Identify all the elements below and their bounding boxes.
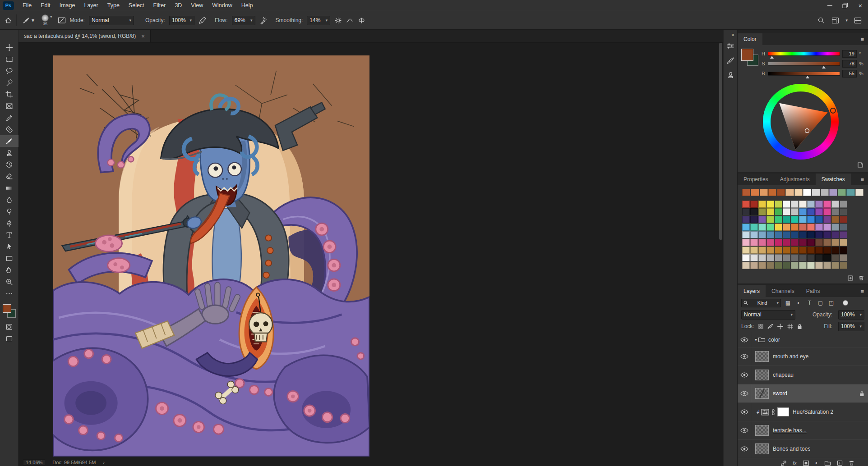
status-chevron-icon[interactable]: ›: [103, 460, 105, 465]
color-swatch[interactable]: [803, 189, 811, 196]
color-swatch[interactable]: [766, 254, 774, 261]
color-swatch[interactable]: [783, 208, 790, 215]
color-swatch[interactable]: [775, 231, 782, 238]
color-swatch[interactable]: [831, 239, 839, 246]
foreground-color-swatch[interactable]: [3, 304, 11, 313]
tab-color[interactable]: Color: [738, 33, 762, 45]
color-swatch[interactable]: [807, 239, 815, 246]
group-expand-chevron-icon[interactable]: ▾: [755, 337, 757, 342]
lock-artboard-icon[interactable]: [787, 324, 793, 329]
hue-ring-marker[interactable]: [831, 108, 836, 113]
brushes-panel-button[interactable]: [724, 54, 737, 67]
layer-mask-thumbnail[interactable]: [777, 407, 789, 416]
color-swatch[interactable]: [823, 239, 831, 246]
color-swatch[interactable]: [766, 247, 774, 254]
crop-tool-button[interactable]: [0, 88, 18, 100]
stroke-smoothing-button[interactable]: [346, 17, 354, 24]
color-swatch[interactable]: [840, 201, 847, 208]
color-swatch[interactable]: [766, 201, 774, 208]
color-swatch[interactable]: [791, 216, 799, 223]
color-swatch[interactable]: [831, 247, 839, 254]
path-selection-tool-button[interactable]: [0, 241, 18, 252]
layer-row-color[interactable]: ▾color: [738, 332, 868, 347]
layer-filtering-toggle[interactable]: [843, 300, 848, 306]
panel-menu-icon[interactable]: ≡: [856, 285, 868, 297]
color-swatch[interactable]: [750, 208, 758, 215]
color-swatch[interactable]: [777, 189, 785, 196]
dodge-tool-button[interactable]: [0, 206, 18, 217]
color-swatch[interactable]: [815, 239, 823, 246]
document-canvas[interactable]: [53, 55, 369, 457]
color-swatch[interactable]: [807, 262, 815, 269]
layer-fill-dropdown[interactable]: 100% ▾: [838, 322, 864, 331]
saturation-slider[interactable]: [768, 62, 840, 66]
color-swatch[interactable]: [783, 262, 790, 269]
color-swatch[interactable]: [742, 201, 750, 208]
brightness-value-field[interactable]: 55: [842, 70, 857, 78]
color-swatch[interactable]: [775, 224, 782, 231]
color-swatch[interactable]: [766, 224, 774, 231]
color-swatch[interactable]: [766, 208, 774, 215]
color-swatch[interactable]: [785, 189, 794, 196]
menu-item-image[interactable]: Image: [55, 0, 80, 11]
layer-row-hue-saturation-2[interactable]: ↲Hue/Saturation 2: [738, 403, 868, 421]
opacity-pressure-button[interactable]: [199, 17, 206, 24]
brush-preset-picker[interactable]: 35 ▾: [40, 14, 54, 27]
color-swatch[interactable]: [783, 201, 790, 208]
opacity-dropdown[interactable]: 100% ▾: [169, 16, 194, 25]
tab-layers[interactable]: Layers: [738, 285, 766, 297]
color-swatch[interactable]: [831, 231, 839, 238]
layer-thumbnail[interactable]: [755, 370, 769, 380]
color-swatch[interactable]: [831, 201, 839, 208]
color-swatch[interactable]: [840, 208, 847, 215]
document-tab[interactable]: sac a tentacules.psd @ 14,1% (sword, RGB…: [18, 30, 151, 42]
color-swatch[interactable]: [742, 231, 750, 238]
slider-thumb[interactable]: [806, 76, 809, 78]
color-swatch[interactable]: [758, 262, 766, 269]
color-swatch[interactable]: [783, 254, 790, 261]
edit-toolbar-button[interactable]: [0, 288, 18, 299]
color-swatch[interactable]: [742, 189, 750, 196]
color-swatch[interactable]: [742, 239, 750, 246]
color-swatch[interactable]: [823, 247, 831, 254]
filter-shape-layers-icon[interactable]: ▢: [817, 300, 824, 306]
smoothing-dropdown[interactable]: 14% ▾: [307, 16, 330, 25]
layer-visibility-toggle[interactable]: [738, 347, 751, 365]
eraser-tool-button[interactable]: [0, 170, 18, 182]
color-swatch[interactable]: [775, 254, 782, 261]
spot-healing-tool-button[interactable]: [0, 123, 18, 135]
color-swatch[interactable]: [768, 189, 776, 196]
close-button[interactable]: ×: [853, 0, 868, 11]
layer-effects-button[interactable]: fx: [793, 460, 797, 466]
color-swatch[interactable]: [815, 254, 823, 261]
layer-row-mouth-and-eye[interactable]: mouth and eye: [738, 347, 868, 366]
color-swatch[interactable]: [791, 231, 799, 238]
toggle-brush-settings-button[interactable]: [58, 17, 66, 24]
color-swatch[interactable]: [821, 189, 829, 196]
screen-mode-button[interactable]: [0, 333, 18, 344]
slider-thumb[interactable]: [822, 66, 826, 69]
color-swatch[interactable]: [775, 208, 782, 215]
lock-all-icon[interactable]: [797, 324, 802, 329]
expand-panels-chevron-icon[interactable]: «: [729, 32, 737, 38]
smoothing-options-button[interactable]: [334, 17, 342, 24]
color-swatch[interactable]: [840, 231, 847, 238]
layer-visibility-toggle[interactable]: [738, 403, 751, 421]
new-layer-button[interactable]: [837, 460, 843, 466]
panel-menu-icon[interactable]: ≡: [856, 174, 868, 185]
layer-row-sword[interactable]: sword: [738, 384, 868, 403]
color-swatch[interactable]: [799, 216, 807, 223]
lock-pixels-icon[interactable]: [767, 324, 773, 329]
layer-name[interactable]: chapeau: [773, 372, 794, 378]
saturation-value-field[interactable]: 78: [842, 60, 857, 68]
zoom-level-field[interactable]: 14.06%: [23, 459, 45, 466]
color-swatch[interactable]: [840, 224, 847, 231]
add-layer-mask-button[interactable]: [803, 460, 809, 466]
color-swatch[interactable]: [815, 247, 823, 254]
layer-name[interactable]: color: [768, 337, 780, 343]
eyedropper-tool-button[interactable]: [0, 112, 18, 123]
color-swatch[interactable]: [840, 254, 847, 261]
clone-stamp-tool-button[interactable]: [0, 147, 18, 159]
delete-swatch-button[interactable]: [858, 275, 864, 281]
lasso-tool-button[interactable]: [0, 65, 18, 77]
